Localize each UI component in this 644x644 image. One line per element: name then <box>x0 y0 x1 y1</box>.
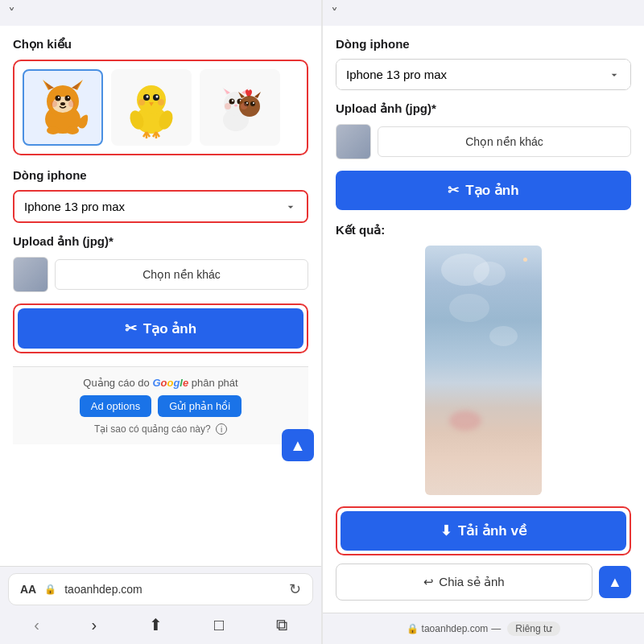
url-lock-icon: 🔒 <box>44 584 56 595</box>
right-tab-bar: ˅ <box>323 0 644 26</box>
ad-reason-text: Tại sao có quảng cáo này? <box>94 423 211 435</box>
right-section-iphone-label: Dòng iphone <box>336 37 631 51</box>
info-icon[interactable]: i <box>216 423 227 435</box>
svg-point-41 <box>232 99 233 101</box>
scroll-up-btn[interactable]: ▲ <box>282 429 314 461</box>
right-tab-chevron[interactable]: ˅ <box>331 5 338 26</box>
scissors-icon: ✂ <box>125 320 137 337</box>
share-btn[interactable]: ↩ Chia sẻ ảnh <box>336 564 592 601</box>
svg-point-31 <box>138 99 145 105</box>
ad-text-after: phân phát <box>192 377 238 389</box>
upload-row: Chọn nền khác <box>13 257 308 292</box>
right-iphone-select-wrapper: Iphone 13 pro max Iphone 14 Iphone 14 Pr… <box>336 59 631 90</box>
right-lock-icon: 🔒 <box>407 623 419 634</box>
nav-actions: ‹ › ⬆ □ ⧉ <box>8 612 313 638</box>
svg-point-7 <box>56 95 61 101</box>
create-btn-label: Tạo ảnh <box>143 320 196 337</box>
upload-section: Upload ảnh (jpg)* Chọn nền khác <box>13 234 308 292</box>
right-scroll-up-btn[interactable]: ▲ <box>599 566 631 598</box>
right-upload-row: Chọn nền khác <box>336 124 631 159</box>
svg-point-49 <box>246 102 248 104</box>
upload-thumbnail <box>13 257 48 292</box>
right-scroll-up-icon: ▲ <box>608 574 622 591</box>
svg-point-14 <box>47 126 60 134</box>
left-tab-chevron[interactable]: ˅ <box>8 5 15 26</box>
svg-point-32 <box>158 99 164 105</box>
right-iphone-select[interactable]: Iphone 13 pro max Iphone 14 Iphone 14 Pr… <box>336 60 630 89</box>
iphone-section: Dòng iphone Iphone 13 pro max Iphone 14 … <box>13 168 308 223</box>
ad-feedback-btn[interactable]: Gửi phản hồi <box>158 395 242 417</box>
nav-tabs-btn[interactable]: ⧉ <box>270 613 294 638</box>
svg-point-15 <box>66 126 79 134</box>
privacy-badge: Riêng tư <box>507 621 560 636</box>
style-item-cats[interactable] <box>200 69 280 146</box>
url-text[interactable]: taoanhdep.com <box>64 583 281 596</box>
chick-icon <box>119 76 184 140</box>
ad-btns: Ad options Gửi phản hồi <box>26 395 295 417</box>
left-tab-bar: ˅ <box>0 0 321 26</box>
share-row: ↩ Chia sẻ ảnh ▲ <box>336 564 631 601</box>
svg-point-20 <box>147 95 149 97</box>
style-selector <box>13 60 308 155</box>
site-domain: taoanhdep.com <box>422 623 489 634</box>
download-icon: ⬇ <box>440 522 452 539</box>
section-iphone-label: Dòng iphone <box>13 168 308 182</box>
section-upload-label: Upload ảnh (jpg)* <box>13 234 308 249</box>
style-item-shiba[interactable] <box>23 69 103 146</box>
left-bottom-nav: AA 🔒 taoanhdep.com ↻ ‹ › ⬆ □ ⧉ <box>0 566 321 644</box>
nav-back-btn[interactable]: ‹ <box>27 613 46 638</box>
download-btn[interactable]: ⬇ Tải ảnh về <box>341 511 626 551</box>
svg-point-51 <box>225 103 231 109</box>
right-section-upload-label: Upload ảnh (jpg)* <box>336 101 631 116</box>
nav-share-btn[interactable]: ⬆ <box>142 612 169 638</box>
style-item-chick[interactable] <box>111 69 192 146</box>
cats-icon <box>208 76 272 140</box>
right-iphone-section: Dòng iphone Iphone 13 pro max Iphone 14 … <box>336 37 631 90</box>
right-upload-thumbnail <box>336 124 371 159</box>
pink-cloud <box>449 411 481 431</box>
svg-point-52 <box>241 103 247 109</box>
shiba-icon <box>31 76 95 140</box>
create-btn[interactable]: ✂ Tạo ảnh <box>18 308 303 349</box>
url-reload-btn[interactable]: ↻ <box>289 580 301 598</box>
site-info: 🔒 taoanhdep.com — Riêng tư <box>336 621 631 636</box>
svg-point-8 <box>65 95 71 101</box>
result-image-container <box>336 246 631 495</box>
svg-point-48 <box>250 101 255 106</box>
section-choose-label: Chọn kiểu <box>13 37 308 52</box>
right-bottom: 🔒 taoanhdep.com — Riêng tư <box>323 613 644 644</box>
ad-reason: Tại sao có quảng cáo này? i <box>26 423 295 435</box>
result-image <box>425 246 542 495</box>
nav-books-btn[interactable]: □ <box>208 613 230 638</box>
left-content: Chọn kiểu <box>0 26 321 566</box>
svg-point-13 <box>68 101 75 107</box>
url-bar: AA 🔒 taoanhdep.com ↻ <box>8 573 313 605</box>
scroll-up-icon: ▲ <box>290 436 306 455</box>
svg-point-10 <box>68 97 69 98</box>
svg-point-12 <box>51 101 57 107</box>
download-btn-label: Tải ảnh về <box>458 522 526 539</box>
right-scissors-icon: ✂ <box>448 182 459 199</box>
svg-marker-46 <box>254 92 261 98</box>
share-btn-label: Chia sẻ ảnh <box>439 575 504 589</box>
google-logo: Google <box>152 377 191 389</box>
iphone-select[interactable]: Iphone 13 pro max Iphone 14 Iphone 14 Pr… <box>14 192 307 221</box>
ad-options-btn[interactable]: Ad options <box>80 395 151 417</box>
right-upload-btn[interactable]: Chọn nền khác <box>378 126 631 157</box>
share-icon: ↩ <box>423 575 434 589</box>
svg-point-9 <box>58 97 60 98</box>
svg-point-50 <box>253 102 254 104</box>
left-panel: ˅ Chọn kiểu <box>0 0 321 644</box>
right-upload-section: Upload ảnh (jpg)* Chọn nền khác <box>336 101 631 159</box>
nav-forward-btn[interactable]: › <box>85 613 103 638</box>
svg-point-39 <box>229 98 235 104</box>
right-create-btn-label: Tạo ảnh <box>465 182 518 199</box>
right-create-btn[interactable]: ✂ Tạo ảnh <box>336 171 631 210</box>
upload-btn[interactable]: Chọn nền khác <box>55 259 308 290</box>
svg-point-11 <box>60 102 65 105</box>
url-aa[interactable]: AA <box>20 583 36 596</box>
svg-point-21 <box>156 95 159 97</box>
iphone-select-wrapper: Iphone 13 pro max Iphone 14 Iphone 14 Pr… <box>13 190 308 223</box>
svg-point-43 <box>234 104 237 106</box>
ad-text-before: Quảng cáo do <box>83 377 149 389</box>
